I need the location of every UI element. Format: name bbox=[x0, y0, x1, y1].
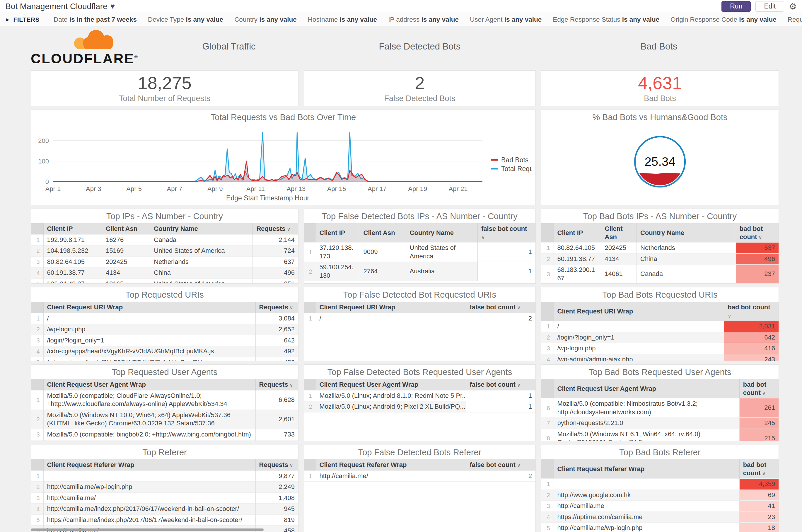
table-cell: 60.191.38.77 bbox=[554, 253, 601, 265]
column-header[interactable]: bad bot count ∨ bbox=[736, 223, 779, 243]
filter-chip[interactable]: Country is any value bbox=[234, 16, 297, 23]
card-bad-user-agents: Top Bad Bots Requested User Agents Clien… bbox=[541, 364, 779, 441]
column-header[interactable]: Requests ∨ bbox=[255, 459, 298, 471]
table-row: 3/login/?login_only=1642 bbox=[31, 335, 298, 346]
table-cell: 2,031 bbox=[724, 321, 779, 332]
column-header[interactable]: Client Asn bbox=[102, 223, 150, 234]
filter-chip[interactable]: User Agent is any value bbox=[470, 16, 541, 23]
column-header[interactable]: bad bot count ∨ bbox=[739, 459, 779, 479]
cloudflare-cloud-icon bbox=[66, 28, 128, 52]
row-number: 4 bbox=[31, 440, 43, 441]
kpi-false-detected-bots-value: 2 bbox=[415, 74, 424, 93]
filter-chip[interactable]: IP address is any value bbox=[388, 16, 459, 23]
table-title: Top Requested User Agents bbox=[31, 365, 298, 379]
filter-chip[interactable]: Hostname is any value bbox=[308, 16, 377, 23]
row-number: 3 bbox=[541, 501, 554, 512]
row-number: 4 bbox=[541, 354, 554, 361]
table-row: 5/cdn-cgi/apps/body/3Lh52SjWTQ4HRlErJykH… bbox=[31, 357, 298, 361]
column-header[interactable]: Requests ∨ bbox=[255, 302, 298, 313]
table-row: 180.82.64.105202425Netherlands637 bbox=[541, 243, 779, 254]
column-header[interactable]: false bot count ∨ bbox=[466, 459, 535, 471]
row-number: 3 bbox=[31, 429, 43, 440]
table-cell: 192.99.8.171 bbox=[43, 234, 102, 246]
svg-text:Apr 9: Apr 9 bbox=[207, 185, 223, 192]
column-header[interactable]: Client Request URI Wrap bbox=[43, 302, 255, 313]
table-bad-uris: Client Request URI Wrapbad bot count ∨1/… bbox=[541, 302, 779, 361]
row-number-header bbox=[304, 302, 316, 313]
column-header[interactable]: Client Request URI Wrap bbox=[554, 302, 724, 321]
table-cell: 104.198.5.232 bbox=[43, 246, 102, 256]
table-cell: 945 bbox=[255, 504, 298, 515]
column-header[interactable]: Country Name bbox=[150, 223, 253, 234]
run-button[interactable]: Run bbox=[722, 1, 751, 12]
row-number-header bbox=[541, 459, 554, 479]
row-number: 2 bbox=[541, 332, 554, 343]
column-header[interactable]: Client Request Referer Wrap bbox=[316, 459, 466, 471]
row-number: 4 bbox=[31, 267, 43, 279]
table-row: 2Mozilla/5.0 (Linux; Android 9; Pixel 2 … bbox=[304, 401, 535, 413]
filter-chip[interactable]: Date is in the past 7 weeks bbox=[54, 16, 137, 23]
column-header[interactable]: Client Request User Agent Wrap bbox=[554, 379, 739, 398]
row-number-header bbox=[541, 302, 554, 321]
row-number-header bbox=[304, 223, 316, 243]
column-header[interactable]: Client IP bbox=[554, 223, 601, 243]
table-row: 460.191.38.774134China496 bbox=[31, 267, 298, 279]
column-header[interactable]: Requests ∨ bbox=[253, 223, 298, 234]
heart-icon: ♥ bbox=[111, 2, 115, 11]
column-header[interactable]: bad bot count ∨ bbox=[739, 379, 779, 398]
column-header[interactable]: Client Asn bbox=[360, 223, 406, 243]
filter-chip[interactable]: Request URI is any value bbox=[788, 16, 802, 23]
card-top-uris: Top Requested URIs Client Request URI Wr… bbox=[31, 287, 299, 361]
column-header[interactable]: false bot count ∨ bbox=[478, 223, 536, 243]
filter-chip[interactable]: Device Type is any value bbox=[148, 16, 223, 23]
table-cell bbox=[43, 471, 255, 481]
table-false-ips: Client IPClient AsnCountry Namefalse bot… bbox=[304, 223, 535, 281]
column-header[interactable]: Client Request URI Wrap bbox=[316, 302, 466, 313]
filters-expand-icon[interactable]: ▶ bbox=[6, 17, 9, 22]
gear-icon[interactable]: ⚙ bbox=[789, 2, 797, 11]
column-header[interactable]: Requests ∨ bbox=[255, 379, 298, 390]
chart-title: Total Requests vs Bad Bots Over Time bbox=[31, 110, 535, 124]
svg-text:0: 0 bbox=[45, 178, 49, 186]
column-header[interactable]: Client Request Referer Wrap bbox=[43, 459, 255, 471]
column-header[interactable]: false bot count ∨ bbox=[466, 379, 535, 390]
svg-text:Apr 21: Apr 21 bbox=[449, 185, 468, 192]
column-header[interactable]: Client Request Referer Wrap bbox=[554, 459, 739, 479]
filter-chip[interactable]: Origin Response Code is any value bbox=[670, 16, 776, 23]
kpi-false-detected-bots: 2 False Detected Bots bbox=[304, 70, 536, 106]
kpi-bad-bots-value: 4,631 bbox=[638, 74, 682, 93]
table-cell: 80.82.64.105 bbox=[43, 256, 102, 267]
edit-button[interactable]: Edit bbox=[756, 1, 784, 12]
filter-chip[interactable]: Edge Response Status is any value bbox=[553, 16, 660, 23]
table-cell: 202425 bbox=[102, 256, 150, 267]
table-row: 259.100.254.1302764Australia1 bbox=[304, 262, 535, 281]
table-cell: /wp-admin/admin-ajax.php bbox=[554, 354, 724, 361]
table-cell: 14061 bbox=[601, 265, 637, 284]
column-header[interactable]: Client Request User Agent Wrap bbox=[316, 379, 466, 390]
column-header[interactable]: Client Request User Agent Wrap bbox=[43, 379, 255, 390]
table-cell: http://www.google.com.hk bbox=[554, 490, 739, 501]
row-number: 1 bbox=[31, 390, 43, 410]
svg-text:Apr 5: Apr 5 bbox=[126, 185, 142, 192]
column-header[interactable]: Client IP bbox=[43, 223, 102, 234]
row-number: 1 bbox=[31, 234, 43, 246]
column-header[interactable]: false bot count ∨ bbox=[466, 302, 535, 313]
sort-desc-icon: ∨ bbox=[288, 305, 293, 310]
table-row: 2http://camilia.me/wp-login.php2,249 bbox=[31, 481, 298, 493]
column-header[interactable]: Client Asn bbox=[601, 223, 637, 243]
column-header[interactable]: Client IP bbox=[316, 223, 360, 243]
table-cell: Mozilla/5.0 (Windows NT 10.0; Win64; x64… bbox=[43, 410, 255, 429]
table-cell: 23 bbox=[739, 512, 779, 522]
table-cell: /wp-login.php bbox=[43, 324, 255, 335]
column-header[interactable]: bad bot count ∨ bbox=[724, 302, 779, 321]
table-bad-user-agents: Client Request User Agent Wrapbad bot co… bbox=[541, 379, 779, 441]
column-header[interactable]: Country Name bbox=[637, 223, 736, 243]
table-row: 3http://camilia.me/1,408 bbox=[31, 492, 298, 504]
column-header[interactable]: Country Name bbox=[406, 223, 477, 243]
horizontal-scrollbar-thumb[interactable] bbox=[31, 529, 264, 531]
table-row: 5http://camilia.me/wp-login.php18 bbox=[541, 522, 779, 532]
table-title: Top Bad Bots Referer bbox=[541, 445, 779, 459]
sort-desc-icon: ∨ bbox=[728, 313, 731, 319]
requests-vs-badbots-line-chart[interactable]: 0100200Apr 1Apr 3Apr 5Apr 7Apr 9Apr 11Ap… bbox=[34, 124, 532, 202]
table-cell: 681 bbox=[255, 440, 298, 441]
